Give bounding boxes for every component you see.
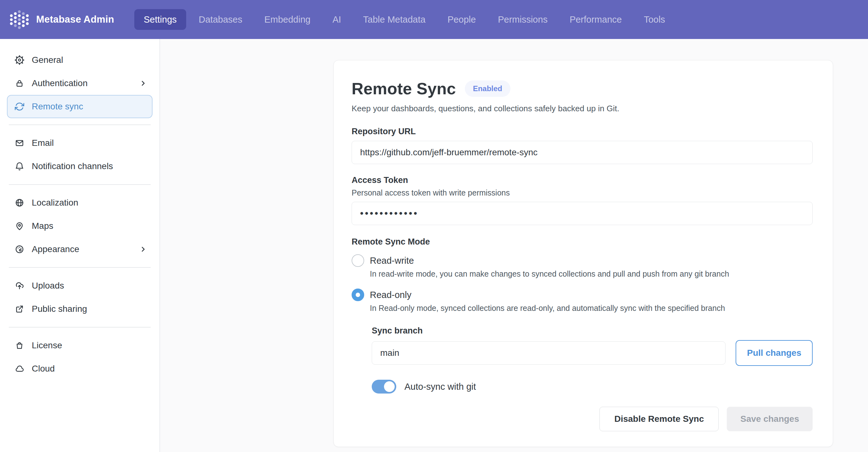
store-icon: [15, 341, 24, 350]
nav-tab-embedding[interactable]: Embedding: [255, 9, 320, 30]
sidebar-divider: [9, 327, 151, 327]
sync-mode-option-read-write: Read-write In read-write mode, you can m…: [351, 254, 813, 279]
nav-tab-databases[interactable]: Databases: [189, 9, 252, 30]
sidebar-item-label: Maps: [32, 221, 53, 231]
sidebar-item-label: Remote sync: [32, 101, 83, 111]
globe-icon: [15, 198, 24, 207]
metabase-logo-icon: [9, 10, 29, 30]
status-badge: Enabled: [465, 80, 510, 97]
mail-icon: [15, 138, 24, 148]
read-only-description: In Read-only mode, synced collections ar…: [370, 304, 813, 313]
sidebar-item-notification-channels[interactable]: Notification channels: [7, 155, 153, 178]
sidebar-item-appearance[interactable]: Appearance: [7, 238, 153, 261]
sidebar-item-label: Localization: [32, 198, 78, 208]
nav-tab-performance[interactable]: Performance: [560, 9, 631, 30]
sidebar-item-license[interactable]: License: [7, 334, 153, 357]
cloud-icon: [15, 364, 24, 374]
page-description: Keep your dashboards, questions, and col…: [351, 104, 813, 114]
sync-mode-option-read-only: Read-only In Read-only mode, synced coll…: [351, 289, 813, 313]
repository-url-input[interactable]: [351, 141, 813, 164]
share-icon: [15, 304, 24, 314]
nav-tab-ai[interactable]: AI: [323, 9, 350, 30]
sync-mode-label: Remote Sync Mode: [351, 237, 813, 247]
sidebar-item-label: Notification channels: [32, 161, 113, 171]
auto-sync-label: Auto-sync with git: [404, 382, 476, 392]
sidebar-divider: [9, 267, 151, 268]
save-changes-button[interactable]: Save changes: [727, 407, 813, 431]
page-title: Remote Sync: [351, 79, 456, 98]
sidebar-item-label: Public sharing: [32, 304, 87, 314]
repository-url-label: Repository URL: [351, 127, 813, 136]
chevron-right-icon: [139, 245, 148, 254]
sidebar-item-label: Authentication: [32, 78, 87, 88]
sync-icon: [15, 102, 24, 111]
sidebar-item-maps[interactable]: Maps: [7, 214, 153, 238]
read-only-label: Read-only: [370, 290, 411, 300]
sidebar-item-label: Email: [32, 138, 54, 148]
read-only-radio[interactable]: [351, 289, 364, 301]
read-write-radio[interactable]: [351, 254, 364, 267]
admin-nav-tabs: Settings Databases Embedding AI Table Me…: [134, 9, 675, 30]
read-write-label: Read-write: [370, 256, 414, 266]
read-write-description: In read-write mode, you can make changes…: [370, 269, 813, 279]
chevron-right-icon: [139, 79, 148, 88]
sidebar-item-cloud[interactable]: Cloud: [7, 357, 153, 380]
settings-content: Remote Sync Enabled Keep your dashboards…: [161, 39, 868, 452]
disable-remote-sync-button[interactable]: Disable Remote Sync: [599, 407, 719, 431]
lock-icon: [15, 78, 24, 88]
access-token-helper: Personal access token with write permiss…: [351, 188, 813, 197]
access-token-label: Access Token: [351, 175, 813, 185]
access-token-input[interactable]: [351, 202, 813, 225]
card-footer: Disable Remote Sync Save changes: [351, 407, 813, 431]
sync-branch-section: Sync branch Pull changes Auto-sync with …: [372, 326, 813, 393]
pin-icon: [15, 221, 24, 231]
auto-sync-toggle[interactable]: [372, 380, 396, 393]
sync-branch-label: Sync branch: [372, 326, 813, 336]
nav-tab-people[interactable]: People: [438, 9, 485, 30]
sidebar-divider: [9, 125, 151, 125]
sidebar-item-label: Uploads: [32, 281, 64, 291]
brand: Metabase Admin: [9, 10, 114, 30]
nav-tab-permissions[interactable]: Permissions: [488, 9, 557, 30]
sidebar-item-email[interactable]: Email: [7, 131, 153, 155]
pull-changes-button[interactable]: Pull changes: [736, 340, 813, 366]
sidebar-item-label: General: [32, 55, 63, 65]
sidebar-item-uploads[interactable]: Uploads: [7, 274, 153, 297]
sidebar-item-label: Appearance: [32, 244, 79, 254]
remote-sync-card: Remote Sync Enabled Keep your dashboards…: [333, 60, 833, 447]
cloud-upload-icon: [15, 281, 24, 290]
nav-tab-table-metadata[interactable]: Table Metadata: [354, 9, 435, 30]
sidebar-item-label: Cloud: [32, 364, 55, 374]
bell-icon: [15, 162, 24, 171]
palette-icon: [15, 245, 24, 254]
gear-icon: [15, 55, 24, 65]
settings-sidebar: General Authentication Remote sync: [0, 39, 160, 452]
toggle-knob: [384, 381, 395, 392]
sync-branch-input[interactable]: [372, 341, 725, 365]
sidebar-item-localization[interactable]: Localization: [7, 191, 153, 214]
admin-top-nav: Metabase Admin Settings Databases Embedd…: [0, 0, 868, 39]
sidebar-item-authentication[interactable]: Authentication: [7, 72, 153, 95]
sidebar-item-general[interactable]: General: [7, 49, 153, 72]
sidebar-item-remote-sync[interactable]: Remote sync: [7, 95, 153, 118]
brand-title: Metabase Admin: [36, 14, 114, 25]
sidebar-item-public-sharing[interactable]: Public sharing: [7, 297, 153, 321]
nav-tab-tools[interactable]: Tools: [634, 9, 675, 30]
nav-tab-settings[interactable]: Settings: [134, 9, 186, 30]
sidebar-divider: [9, 184, 151, 185]
sidebar-item-label: License: [32, 341, 62, 351]
